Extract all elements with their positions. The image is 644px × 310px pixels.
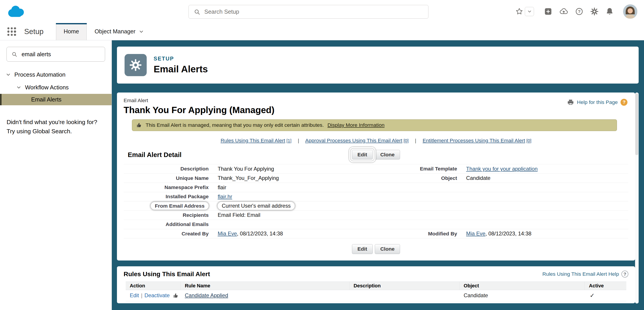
search-icon xyxy=(11,51,18,58)
page-eyebrow: SETUP xyxy=(154,56,208,62)
scrollbar-thumb[interactable] xyxy=(635,93,638,155)
hint-line-2: Try using Global Search. xyxy=(6,127,105,136)
field-label: Unique Name xyxy=(124,175,216,181)
global-search-input[interactable] xyxy=(188,5,428,19)
separator: | xyxy=(141,292,142,298)
tab-home[interactable]: Home xyxy=(56,23,87,40)
field-value: flair xyxy=(216,184,378,191)
email-template-link[interactable]: Thank you for your application xyxy=(466,166,538,172)
help-icon[interactable]: ? xyxy=(575,7,584,16)
favorites-control xyxy=(515,7,534,16)
quick-find xyxy=(6,47,105,62)
edit-button[interactable]: Edit xyxy=(352,150,373,160)
annotation-highlight: Edit xyxy=(352,150,373,160)
separator: | xyxy=(298,137,299,143)
favorites-dropdown-button[interactable] xyxy=(525,7,534,16)
rule-name-link[interactable]: Candidate Applied xyxy=(185,292,228,298)
detail-field-rows: Description Thank You For Applying Email… xyxy=(124,164,628,239)
setup-tree: Process Automation Workflow Actions Emai… xyxy=(0,68,112,105)
cross-reference-links: Rules Using This Email Alert[1] | Approv… xyxy=(124,137,628,143)
modified-by-user-link[interactable]: Mia Eve xyxy=(466,230,486,237)
classic-iframe-area: Email Alert Thank You For Applying (Mana… xyxy=(117,92,639,303)
created-by-user-link[interactable]: Mia Eve xyxy=(218,230,237,237)
field-label: Recipients xyxy=(124,212,216,218)
clone-button[interactable]: Clone xyxy=(375,150,400,160)
table-row: Edit | Deactivate Candidate Applied Can xyxy=(126,290,626,301)
field-label: Description xyxy=(124,166,216,172)
global-header: ? xyxy=(0,0,644,23)
chevron-down-icon xyxy=(527,9,532,14)
rules-related-list-card: Rules Using This Email Alert Rules Using… xyxy=(117,266,635,303)
vertical-scrollbar[interactable] xyxy=(635,92,639,303)
tab-object-manager[interactable]: Object Manager xyxy=(87,23,152,40)
link-label: Approval Processes Using This Email Aler… xyxy=(305,137,402,143)
separator: | xyxy=(415,137,416,143)
gear-icon[interactable] xyxy=(590,7,599,16)
link-count: [0] xyxy=(404,138,408,143)
checkmark-icon: ✓ xyxy=(585,292,626,299)
field-label: Additional Emails xyxy=(124,221,216,227)
row-deactivate-link[interactable]: Deactivate xyxy=(144,292,170,298)
tab-home-label: Home xyxy=(64,28,79,35)
setup-content: SETUP Email Alerts Email Alert Thank You… xyxy=(112,40,644,310)
chevron-down-icon[interactable] xyxy=(16,85,21,90)
field-label: Email Template xyxy=(378,166,465,172)
sidebar-item-label: Workflow Actions xyxy=(25,84,69,91)
rules-table-header: Action Rule Name Description Object Acti… xyxy=(126,281,626,290)
sidebar-item-workflow-actions[interactable]: Workflow Actions xyxy=(0,81,112,94)
printer-icon[interactable] xyxy=(567,99,574,106)
sidebar-item-process-automation[interactable]: Process Automation xyxy=(0,68,112,81)
action-cell: Edit | Deactivate xyxy=(126,292,181,298)
installed-package-link[interactable]: flair.hr xyxy=(218,194,232,200)
entitlement-processes-link[interactable]: Entitlement Processes Using This Email A… xyxy=(422,137,531,143)
edit-button-bottom[interactable]: Edit xyxy=(352,244,373,254)
record-title: Thank You For Applying (Managed) xyxy=(124,105,628,115)
clone-button-bottom[interactable]: Clone xyxy=(375,244,400,254)
field-label: Namespace Prefix xyxy=(124,184,216,190)
column-header-object: Object xyxy=(460,282,585,290)
email-alert-detail-card: Email Alert Thank You For Applying (Mana… xyxy=(117,92,635,260)
link-count: [0] xyxy=(526,138,531,143)
detail-row: Additional Emails xyxy=(124,220,628,229)
quick-create-icon[interactable] xyxy=(544,7,552,16)
setup-nav-bar: Setup Home Object Manager xyxy=(0,23,644,40)
rules-help-link[interactable]: Rules Using This Email Alert Help xyxy=(542,271,619,277)
created-date: , 08/12/2023, 14:38 xyxy=(237,230,283,237)
global-search-hint: Didn't find what you're looking for? Try… xyxy=(6,118,105,136)
chevron-down-icon[interactable] xyxy=(6,72,11,77)
question-mark-icon[interactable]: ? xyxy=(622,271,628,277)
entity-label: Email Alert xyxy=(124,97,628,103)
row-edit-link[interactable]: Edit xyxy=(130,292,139,298)
section-title: Email Alert Detail xyxy=(128,151,182,159)
display-more-information-link[interactable]: Display More Information xyxy=(327,122,384,128)
quick-find-input[interactable] xyxy=(6,47,105,62)
detail-footer-buttons: Edit Clone xyxy=(124,244,628,254)
rules-using-link[interactable]: Rules Using This Email Alert[1] xyxy=(221,137,292,143)
field-label: Modified By xyxy=(378,231,465,237)
thumbs-up-icon xyxy=(173,293,179,298)
approval-processes-link[interactable]: Approval Processes Using This Email Aler… xyxy=(305,137,408,143)
detail-row: Installed Package flair.hr xyxy=(124,192,628,201)
bell-icon[interactable] xyxy=(605,7,614,16)
banner-text: This Email Alert is managed, meaning tha… xyxy=(146,122,324,128)
app-name-label: Setup xyxy=(24,27,44,36)
app-launcher-icon[interactable] xyxy=(8,27,16,36)
link-label: Rules Using This Email Alert xyxy=(221,137,285,143)
detail-row-from-email: From Email Address Current User's email … xyxy=(124,201,628,211)
avatar[interactable] xyxy=(623,4,637,19)
field-label: Installed Package xyxy=(124,194,216,200)
sidebar-item-email-alerts[interactable]: Email Alerts xyxy=(0,94,112,105)
field-value: Candidate xyxy=(464,175,628,181)
detail-row: Namespace Prefix flair xyxy=(124,183,628,192)
column-header-rule-name: Rule Name xyxy=(181,282,350,290)
upload-cloud-icon[interactable] xyxy=(559,7,568,16)
salesforce-logo xyxy=(6,5,25,18)
thumbs-up-icon xyxy=(136,122,142,128)
question-mark-icon[interactable]: ? xyxy=(620,99,628,106)
page-help: Help for this Page ? xyxy=(567,99,628,106)
column-header-active: Active xyxy=(585,282,626,290)
hint-line-1: Didn't find what you're looking for? xyxy=(6,118,105,126)
help-for-this-page-link[interactable]: Help for this Page xyxy=(577,99,618,105)
column-header-action: Action xyxy=(126,282,181,290)
star-icon[interactable] xyxy=(515,7,524,16)
